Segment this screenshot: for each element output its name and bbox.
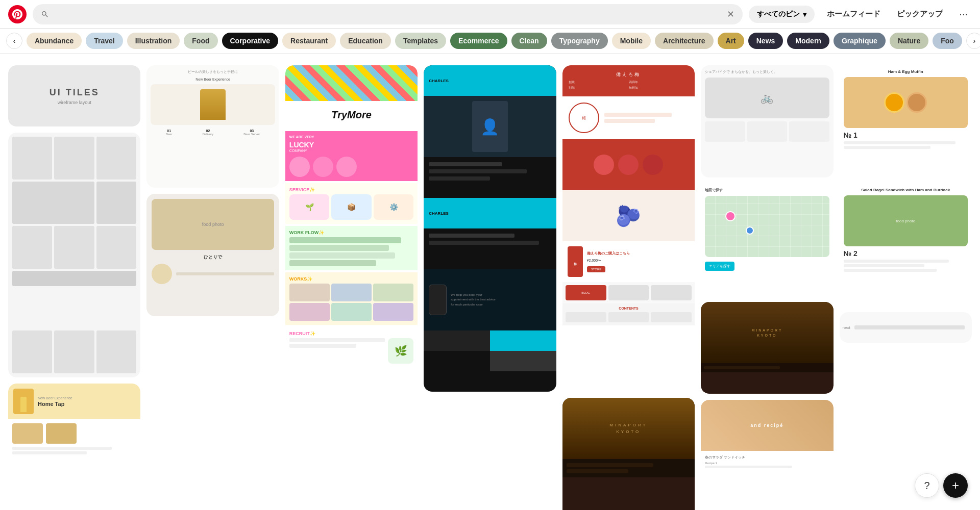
pin-sharestyle[interactable]: シェアバイクで まちなかを、もっと楽しく。 🚲 xyxy=(701,65,833,177)
tag-foo[interactable]: Foo xyxy=(933,33,962,49)
pin-next-recipe[interactable]: next xyxy=(840,312,972,343)
pin-beer-site2[interactable]: ビールの楽しさをもっと手軽に New Beer Experience 01Bee… xyxy=(146,65,279,188)
pin-container: next xyxy=(840,312,972,343)
pin-minaport-kyoto[interactable]: MINAPORT KYOTO xyxy=(562,398,695,510)
tag-graphique[interactable]: Graphique xyxy=(834,33,886,49)
pin-container: シェアバイクで まちなかを、もっと楽しく。 🚲 xyxy=(701,65,833,177)
filter-button[interactable]: すべてのピン ▾ xyxy=(749,6,815,23)
scroll-left-button[interactable]: ‹ xyxy=(6,33,22,49)
tag-templates[interactable]: Templates xyxy=(395,33,446,49)
pin-container: and recipé 春のサラダ サンドイッチ Recipe 1 xyxy=(701,400,833,492)
nav-home[interactable]: ホームフィード xyxy=(821,5,887,23)
search-icon xyxy=(41,10,49,18)
pins-grid: UI TILES wireframe layout xyxy=(8,65,972,510)
pin-container: 備えろ梅 創業四廊年 別館無想加 梅 xyxy=(562,65,695,392)
pin-salad-bagel[interactable]: Salad Bagel Sandwich with Ham and Burdoc… xyxy=(840,184,972,306)
pin-minaport-scroll[interactable]: MINAPORT KYOTO xyxy=(701,302,833,394)
pin-hitori[interactable]: food photo ひとりで xyxy=(146,194,279,316)
tag-architecture[interactable]: Architecture xyxy=(655,33,713,49)
tag-news[interactable]: News xyxy=(748,33,783,49)
chevron-down-icon: ▾ xyxy=(803,10,806,18)
tag-clean[interactable]: Clean xyxy=(511,33,547,49)
pin-container: MINAPORT KYOTO xyxy=(701,302,833,394)
tag-ecommerce[interactable]: Ecommerce xyxy=(450,33,507,49)
pin-container: 地図で探す エリアを探す xyxy=(701,184,833,296)
pin-dark-portfolio[interactable]: CHARLES 👤 CHARLES xyxy=(424,65,556,392)
search-clear-button[interactable]: ✕ xyxy=(727,9,734,20)
pin-container: UI TILES wireframe layout xyxy=(8,65,140,126)
pin-container: CHARLES 👤 CHARLES xyxy=(424,65,556,392)
nav-pickup[interactable]: ピックアップ xyxy=(891,5,949,23)
pin-bicycle-map[interactable]: 地図で探す エリアを探す xyxy=(701,184,833,296)
pin-japanese-red[interactable]: 備えろ梅 創業四廊年 別館無想加 梅 xyxy=(562,65,695,392)
tag-typography[interactable]: Typography xyxy=(551,33,608,49)
pin-container: MINAPORT KYOTO xyxy=(562,398,695,510)
tag-nature[interactable]: Nature xyxy=(890,33,928,49)
pin-container: TryMore WE ARE VERY LUCKY COMPANY xyxy=(285,65,418,392)
pin-container: food photo ひとりで xyxy=(146,194,279,316)
tag-restaurant[interactable]: Restaurant xyxy=(282,33,336,49)
pin-recipe-brand[interactable]: and recipé 春のサラダ サンドイッチ Recipe 1 xyxy=(701,400,833,492)
pin-container xyxy=(8,133,140,377)
tag-travel[interactable]: Travel xyxy=(86,33,122,49)
pin-beer-hometap[interactable]: New Beer Experience Home Tap xyxy=(8,384,140,506)
pin-container: ビールの楽しさをもっと手軽に New Beer Experience 01Bee… xyxy=(146,65,279,188)
tag-education[interactable]: Education xyxy=(340,33,391,49)
tag-mobile[interactable]: Mobile xyxy=(612,33,651,49)
pin-container: New Beer Experience Home Tap xyxy=(8,384,140,506)
pin-ham-egg-muffin[interactable]: Ham & Egg Muffin № 1 xyxy=(840,65,972,177)
tag-illustration[interactable]: Illustration xyxy=(127,33,180,49)
header: web design ✕ すべてのピン ▾ ホームフィード ピックアップ ··· xyxy=(0,0,980,29)
pin-wireframe[interactable]: UI TILES wireframe layout xyxy=(8,65,140,126)
tag-corporative[interactable]: Corporative xyxy=(222,33,279,49)
nav-links: ホームフィード ピックアップ xyxy=(821,5,949,23)
scroll-right-button[interactable]: › xyxy=(966,33,980,49)
search-input[interactable]: web design xyxy=(53,10,723,19)
more-options-button[interactable]: ··· xyxy=(955,4,972,24)
tag-food[interactable]: Food xyxy=(184,33,217,49)
tag-art[interactable]: Art xyxy=(718,33,744,49)
help-button[interactable]: ? xyxy=(915,473,939,498)
search-bar: web design ✕ xyxy=(33,4,743,24)
tag-modern[interactable]: Modern xyxy=(787,33,829,49)
pin-container: Ham & Egg Muffin № 1 xyxy=(840,65,972,177)
pin-wireframe-long[interactable] xyxy=(8,133,140,377)
pin-container: Salad Bagel Sandwich with Ham and Burdoc… xyxy=(840,184,972,306)
pin-trymore[interactable]: TryMore WE ARE VERY LUCKY COMPANY xyxy=(285,65,418,392)
tags-row: ‹ Abundance Travel Illustration Food Cor… xyxy=(0,29,980,54)
tag-abundance[interactable]: Abundance xyxy=(27,33,82,49)
pinterest-logo[interactable] xyxy=(8,5,27,23)
add-button[interactable]: + xyxy=(943,473,968,498)
main-content: UI TILES wireframe layout xyxy=(0,57,980,510)
